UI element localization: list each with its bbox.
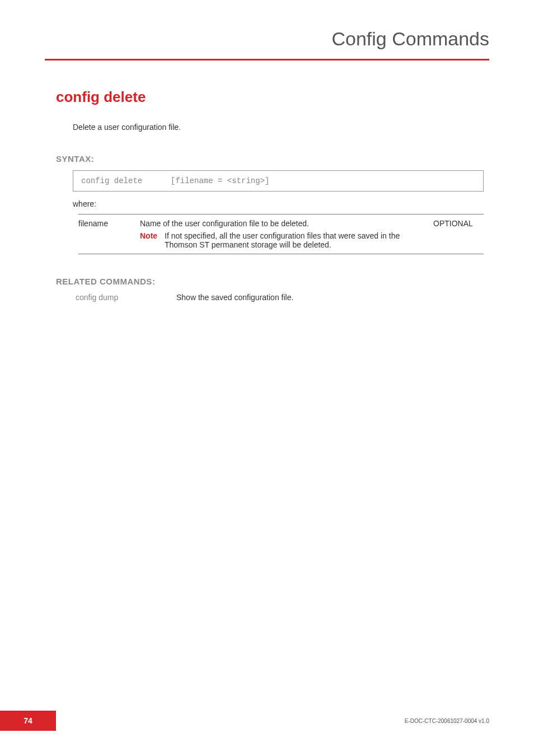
param-optional: OPTIONAL [433,219,484,228]
footer: 74 E-DOC-CTC-20061027-0004 v1.0 [0,711,534,731]
related-label: RELATED COMMANDS: [56,277,489,286]
related-cmd: config dump [76,293,176,302]
header-rule [45,59,489,60]
syntax-cmd: config delete [81,176,171,185]
syntax-args: [filename = <string>] [171,176,269,185]
related-section: RELATED COMMANDS: config dump Show the s… [45,277,489,302]
syntax-label: SYNTAX: [56,154,489,164]
param-desc-col: Name of the user configuration file to b… [140,219,433,249]
page-number: 74 [0,711,56,731]
footer-doc-id: E-DOC-CTC-20061027-0004 v1.0 [405,718,489,724]
param-name: filename [78,219,140,228]
command-description: Delete a user configuration file. [73,123,489,132]
command-title: config delete [56,88,489,106]
param-note-row: Note If not specified, all the user conf… [140,231,422,249]
related-desc: Show the saved configuration file. [176,293,293,302]
param-table: filename Name of the user configuration … [78,214,484,254]
related-row: config dump Show the saved configuration… [76,293,489,302]
where-label: where: [73,199,489,208]
syntax-box: config delete[filename = <string>] [73,170,484,192]
note-text: If not specified, all the user configura… [165,231,422,249]
chapter-title: Config Commands [45,28,489,59]
param-row: filename Name of the user configuration … [78,214,484,254]
param-desc: Name of the user configuration file to b… [140,219,422,228]
note-label: Note [140,231,165,240]
